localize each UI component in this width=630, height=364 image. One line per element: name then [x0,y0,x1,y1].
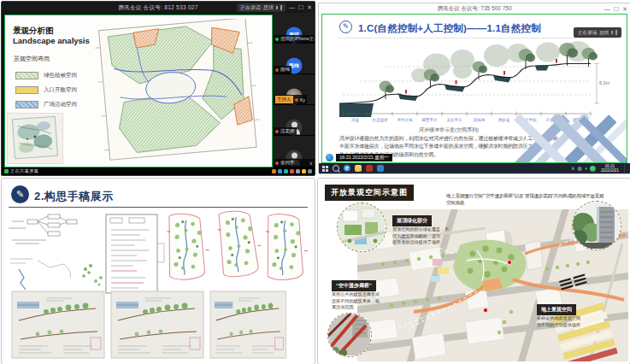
participant-tile[interactable]: 沈老师 [274,105,315,136]
mic-off-icon [295,98,298,102]
tray-chevron-icon[interactable]: ∧ [571,164,574,173]
master-plan-image [89,19,267,162]
intro-line: 地上景观慢行空间”“空中漫步廊桥”以及“屋顶漫步花园”共同构成的局域开放景观 [446,192,604,199]
volume-bar-icon [280,5,282,10]
tray-icon[interactable] [272,169,276,173]
participant-tile[interactable]: 思琪 思琪的iPhone正在共享 [274,13,315,44]
participant-name: 雨纬 [280,67,290,73]
system-tray-icons [272,169,312,173]
system-tray: ∧ ◍ ◖ 16:21 2022/2/21 [571,163,627,174]
legend-swatch-blue [15,101,38,109]
start-button-icon[interactable] [322,166,328,172]
close-button[interactable]: ✕ [622,4,627,14]
tray-icon[interactable] [296,169,300,173]
participants-sidebar: 思琪 思琪的iPhone正在共享 雨纬 雨纬 主持人 Xy 沈老师 [274,13,315,167]
pdf-app-icon[interactable] [366,165,373,172]
tray-icon[interactable] [308,169,312,173]
slide-logo-icon: ✎ [339,21,352,33]
divider [9,207,308,208]
minimize-button[interactable]: — [289,3,295,12]
speaking-toast-text: 正在讲话: 思琪 [240,4,274,12]
tray-icon[interactable] [290,169,294,173]
mic-off-icon [275,161,279,165]
participant-tile[interactable]: 雨纬 雨纬 [274,44,315,74]
show-desktop-button[interactable] [624,164,627,173]
svg-text:生态驳岸: 生态驳岸 [373,118,389,123]
mic-on-icon [275,38,279,41]
svg-text:5.2m: 5.2m [599,80,610,85]
svg-text:草坪台地: 草坪台地 [397,118,414,122]
participant-name: Xy [300,97,305,103]
clock[interactable]: 16:21 2022/2/21 [601,164,619,173]
slide-title: 开放景观空间示意图 [325,185,414,201]
riverbank-section-drawing: 5.2m 河道 生态驳岸 草坪台地 观景平台 [334,40,616,126]
slide-subtitle: 景观空间布局 [14,55,50,63]
share-indicator: 正在共享屏幕 [4,168,38,174]
volume-bar-icon [611,31,613,34]
maximize-button[interactable]: ☐ [614,4,619,14]
participant-tile[interactable]: 主持人 Xy [274,74,315,105]
legend-label: 绿色植被空间 [44,72,77,79]
collapse-chevron-icon[interactable]: ∨ [309,161,313,166]
tray-icon[interactable] [284,169,288,173]
label-sky-bridge-body: 采用公共的建筑连廊形式 连接不同的建筑单体，拓 展活动范围 [332,291,380,311]
meeting-window-light: 腾讯会议 会议号: 735 500 750 — ☐ ✕ ✎ 1.C(自然控制+人… [318,3,630,174]
network-icon[interactable]: ◍ [577,164,581,173]
legend: 绿色植被空间 入口开敞空间 广场活动空间 [15,72,77,109]
volume-bar-icon [276,6,278,9]
screenshot-grid: 腾讯会议 会议号: 812 533 027 — ☐ ✕ 正在讲话: 思琪 景观分… [0,0,630,364]
svg-text:观景平台: 观景平台 [422,118,438,122]
share-icon [4,169,9,173]
legend-item: 广场活动空间 [15,101,77,109]
svg-text:湿地泡: 湿地泡 [474,117,486,122]
mic-off-icon [275,68,279,72]
slide-title-en: Landscape analysis [13,36,90,45]
legend-label: 广场活动空间 [44,101,77,109]
legend-item: 入口开敞空间 [15,86,77,94]
windows-taskbar: e ∧ ◍ ◖ 16:21 2022/2/21 [319,163,630,173]
meeting-tray-icon[interactable] [590,166,596,172]
participant-name: 思琪的iPhone正在共享 [280,36,315,42]
slide-concept-sketches: ✎ 2.构思手稿展示 [1,178,315,364]
shared-slide-landscape-analysis: 景观分析图 Landscape analysis 景观空间布局 绿色植被空间 入… [4,15,273,167]
divider [338,38,618,38]
legend-label: 入口开敞空间 [44,86,77,94]
label-roof-greening-body: 屋顶空间的部分绿化覆盖，不 仅为建筑降低能耗，还为 使用者的活动提供了场所 [392,226,449,246]
slide-title: 2.构思手稿展示 [34,189,114,204]
participant-name: 沈老师 [280,128,295,134]
file-explorer-icon[interactable] [355,165,362,172]
speaking-toast: 正在讲话: 思琪 [237,3,286,12]
minimize-button[interactable]: — [604,4,610,14]
tray-date: 2022/2/21 [601,168,619,173]
tray-time: 16:21 [601,164,619,168]
tooltip-text: 16:21 2022/2/21 星期一 [336,154,392,161]
label-ground-landscape: 地上景观空间 [537,304,576,315]
tray-icon[interactable] [278,169,282,173]
share-status-bar: 正在共享屏幕 [2,167,315,175]
intro-line: 空间系统 [446,199,604,206]
edge-icon[interactable]: e [344,165,350,172]
label-roof-greening: 屋顶绿化部分 [392,215,432,226]
legend-swatch-yellow [15,86,38,94]
app-icon[interactable] [377,165,384,172]
close-button[interactable]: ✕ [307,3,312,12]
participant-name: 徐同学 [280,160,295,166]
intro-text: 地上景观慢行空间”“空中漫步廊桥”以及“屋顶漫步花园”共同构成的局域开放景观 空… [446,192,604,207]
search-icon[interactable] [333,165,339,172]
meeting-window-dark: 腾讯会议 会议号: 812 533 027 — ☐ ✕ 正在讲话: 思琪 景观分… [1,1,315,176]
inset-plan-thumbnail [7,113,63,164]
window-controls: — ☐ ✕ [289,3,312,12]
slide-open-landscape-diagram: 开放景观空间示意图 地上景观慢行空间”“空中漫步廊桥”以及“屋顶漫步花园”共同构… [317,178,630,364]
tray-icon[interactable] [302,169,306,173]
legend-swatch-green [15,72,38,79]
decor-stripes [498,114,627,162]
speaking-toast: 正在讲话: 思琪 [574,27,621,38]
legend-item: 绿色植被空间 [15,72,77,79]
maximize-button[interactable]: ☐ [298,3,303,12]
svg-text:河道: 河道 [351,118,360,122]
volume-icon[interactable]: ◖ [585,164,588,173]
svg-text:亲水平台: 亲水平台 [447,118,462,122]
share-text: 正在共享屏幕 [10,168,38,174]
participant-tile[interactable]: 徐同学 ∨ [274,136,315,167]
app-dot-icon [326,154,333,161]
